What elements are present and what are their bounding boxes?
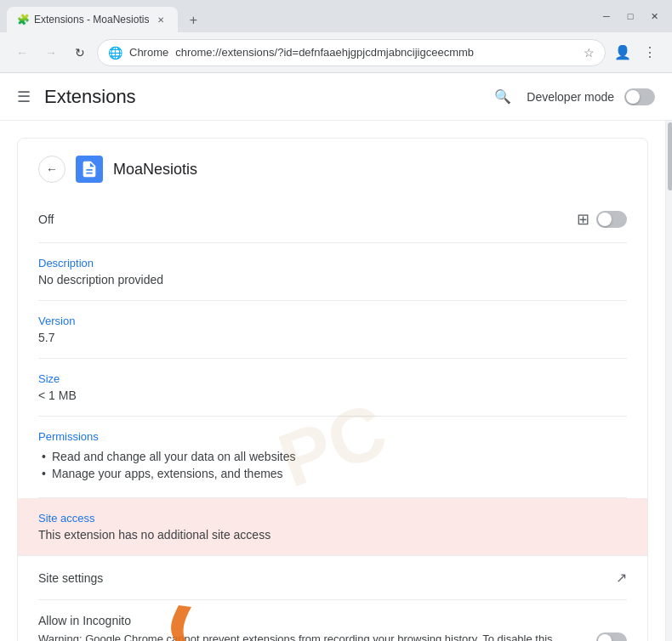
browser-frame: 🧩 Extensions - MoaNesiotis ✕ + ─ □ ✕ ← →… [0, 0, 672, 641]
tab-close-button[interactable]: ✕ [154, 13, 168, 26]
scrollbar-thumb[interactable] [668, 122, 672, 190]
permission-item-1: Read and change all your data on all web… [38, 450, 627, 463]
address-bar: ← → ↻ 🌐 Chrome chrome://extensions/?id=d… [0, 32, 672, 73]
permissions-section: Permissions Read and change all your dat… [38, 417, 627, 498]
tab-title: Extensions - MoaNesiotis [34, 14, 149, 26]
address-bar-actions: 👤 ⋮ [611, 41, 662, 65]
site-settings-row: Site settings ↗ [38, 570, 627, 586]
search-button[interactable]: 🔍 [489, 83, 516, 111]
extension-icon [76, 156, 103, 183]
size-label: Size [38, 372, 627, 385]
arrow-svg [153, 597, 230, 641]
status-section: Off ⊞ [38, 196, 627, 243]
status-actions: ⊞ [577, 210, 627, 229]
description-label: Description [38, 257, 627, 269]
incognito-description: Warning: Google Chrome cannot prevent ex… [38, 631, 596, 641]
version-value: 5.7 [38, 331, 627, 344]
extensions-content: PC ← MoaNesiotis [0, 121, 672, 641]
version-label: Version [38, 315, 627, 327]
reload-button[interactable]: ↻ [68, 41, 92, 65]
incognito-row: Warning: Google Chrome cannot prevent ex… [38, 631, 627, 641]
profile-button[interactable]: 👤 [611, 41, 635, 65]
extension-enabled-toggle[interactable] [596, 211, 627, 228]
grid-icon[interactable]: ⊞ [577, 210, 589, 229]
incognito-toggle-knob [598, 634, 612, 641]
detail-header: ← MoaNesiotis [38, 156, 627, 183]
extensions-page: ☰ Extensions 🔍 Developer mode PC [0, 73, 672, 641]
minimize-button[interactable]: ─ [595, 8, 618, 25]
maximize-button[interactable]: □ [619, 8, 641, 25]
extensions-page-title: Extensions [44, 86, 136, 108]
site-access-label: Site access [38, 512, 627, 525]
incognito-label: Allow in Incognito [38, 614, 627, 627]
permissions-label: Permissions [38, 430, 627, 443]
extension-icon-svg [80, 160, 99, 179]
external-link-icon[interactable]: ↗ [616, 570, 627, 586]
extension-detail-card: ← MoaNesiotis Off [17, 138, 648, 641]
status-row: Off ⊞ [38, 210, 627, 229]
description-section: Description No description provided [38, 243, 627, 301]
detail-wrapper: PC ← MoaNesiotis [0, 138, 665, 641]
site-access-value: This extension has no additional site ac… [38, 528, 627, 542]
active-tab[interactable]: 🧩 Extensions - MoaNesiotis ✕ [7, 7, 178, 32]
extension-enabled-toggle-knob [598, 213, 612, 226]
close-button[interactable]: ✕ [643, 8, 665, 25]
scrollbar[interactable] [665, 121, 672, 641]
omnibox-brand-label: Chrome [129, 46, 168, 59]
back-nav-button[interactable]: ← [10, 41, 34, 65]
header-right-actions: 🔍 Developer mode [489, 83, 655, 111]
size-value: < 1 MB [38, 389, 627, 402]
version-section: Version 5.7 [38, 301, 627, 359]
extensions-main: PC ← MoaNesiotis [0, 121, 665, 641]
forward-nav-button[interactable]: → [39, 41, 63, 65]
menu-button[interactable]: ⋮ [638, 41, 662, 65]
incognito-section: Allow in Incognito Warning: Google Chrom… [38, 600, 627, 641]
back-button[interactable]: ← [38, 156, 65, 183]
bookmark-icon[interactable]: ☆ [584, 46, 595, 60]
new-tab-button[interactable]: + [181, 9, 205, 32]
incognito-toggle[interactable] [596, 632, 627, 641]
extension-name: MoaNesiotis [113, 161, 197, 179]
omnibox[interactable]: 🌐 Chrome chrome://extensions/?id=defnfaa… [97, 39, 606, 66]
permissions-list: Read and change all your data on all web… [38, 450, 627, 480]
site-settings-label: Site settings [38, 571, 103, 585]
arrow-annotation [153, 597, 230, 641]
extensions-header: ☰ Extensions 🔍 Developer mode [0, 73, 672, 121]
size-section: Size < 1 MB [38, 359, 627, 417]
developer-mode-toggle-knob [626, 90, 640, 104]
developer-mode-toggle[interactable] [624, 88, 655, 105]
site-settings-section: Site settings ↗ [38, 556, 627, 600]
tab-strip: 🧩 Extensions - MoaNesiotis ✕ + [7, 0, 595, 32]
developer-mode-label: Developer mode [527, 90, 614, 104]
omnibox-url: chrome://extensions/?id=defnfaaehjgpjcdm… [175, 46, 474, 59]
chrome-logo-icon: 🌐 [108, 46, 122, 60]
sidebar-toggle-button[interactable]: ☰ [17, 88, 31, 106]
status-label: Off [38, 213, 54, 226]
description-value: No description provided [38, 273, 627, 286]
tab-favicon: 🧩 [17, 14, 29, 26]
title-bar: 🧩 Extensions - MoaNesiotis ✕ + ─ □ ✕ [0, 0, 672, 32]
permission-item-2: Manage your apps, extensions, and themes [38, 467, 627, 480]
site-access-section: Site access This extension has no additi… [18, 498, 647, 556]
window-controls: ─ □ ✕ [595, 8, 665, 25]
